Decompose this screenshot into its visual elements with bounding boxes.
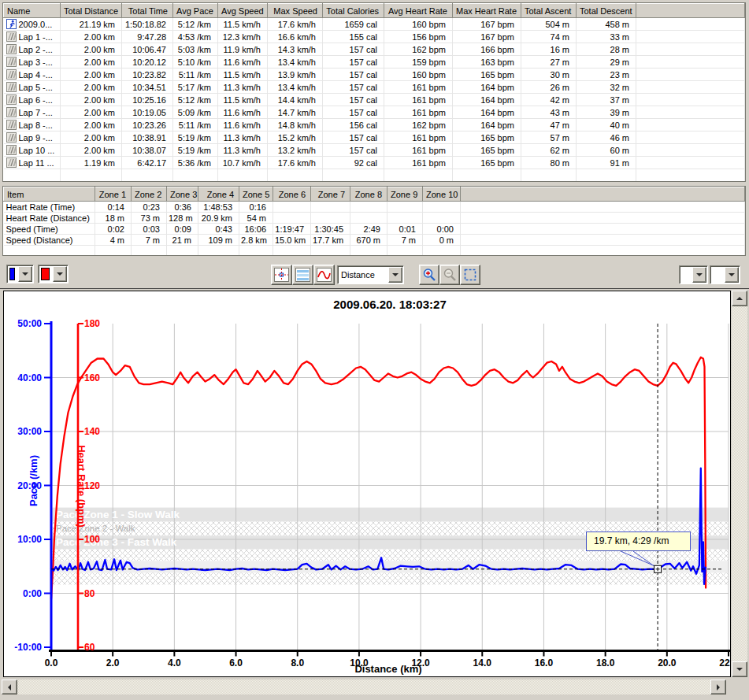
lap-cell: 33 m	[577, 31, 636, 43]
pace-tick-label: 50:00	[17, 318, 42, 329]
lap-cell: 29 m	[577, 56, 636, 69]
x-tick-label: 20.0	[658, 657, 677, 669]
zone-table-header[interactable]: Zone 5	[239, 187, 273, 202]
zone-cell	[350, 202, 387, 213]
lap-table-header[interactable]: Max Speed	[268, 4, 323, 18]
lap-cell: 160 bpm	[384, 69, 453, 81]
zoom-in-button[interactable]	[419, 265, 439, 285]
lap-table-row[interactable]: Lap 5 -...2.00 km10:34.515:17 /km11.3 km…	[4, 81, 745, 94]
lap-cell: 60 m	[577, 144, 636, 157]
lap-cell: 167 bpm	[453, 31, 521, 43]
vertical-scrollbar-track[interactable]	[732, 306, 747, 661]
pace-tick-label: 30:00	[17, 426, 42, 437]
lap-table-header[interactable]: Total Calories	[323, 4, 384, 18]
lap-table-header[interactable]: Avg Pace	[173, 4, 218, 18]
series1-color-swatch	[9, 268, 15, 280]
zones-toggle-button[interactable]	[292, 265, 313, 285]
zoom-out-button[interactable]	[439, 265, 460, 285]
zone-table-header[interactable]: Zone 6	[273, 187, 311, 202]
lap-table-row[interactable]: Lap 1 -...2.00 km9:47.284:53 /km12.3 km/…	[4, 31, 745, 43]
zone-table-header[interactable]: Zone 2	[132, 187, 167, 202]
chevron-down-icon	[729, 273, 735, 276]
lap-cell: 156 bpm	[384, 31, 453, 43]
lap-cell: 164 bpm	[453, 81, 521, 94]
lap-table-row[interactable]: Lap 6 -...2.00 km10:25.165:12 /km11.5 km…	[4, 94, 745, 106]
chart-panel: Pace Zone 1 - Slow WalkPace Zone 2 - Wal…	[0, 288, 749, 680]
zone-cell: 2.8 km	[239, 235, 273, 246]
lap-cell: 12.3 km/h	[218, 31, 268, 43]
scroll-left-button[interactable]	[2, 680, 17, 694]
lap-cell: 27 m	[521, 56, 577, 69]
lap-table-row[interactable]: 2009.0...21.19 km1:50:18.825:12 /km11.5 …	[4, 18, 745, 31]
zone-table-header[interactable]: Zone 1	[95, 187, 132, 202]
lap-cell: 2.00 km	[61, 144, 122, 157]
zone-cell: 2:49	[350, 224, 387, 235]
zone-table-header[interactable]: Zone 8	[350, 187, 387, 202]
lap-table-header[interactable]: Avg Heart Rate	[384, 4, 453, 18]
scroll-down-button[interactable]	[732, 661, 747, 677]
zone-table-header[interactable]: Zone 9	[387, 187, 423, 202]
zone-table-row[interactable]: Speed (Distance)4 m7 m21 m109 m2.8 km15.…	[4, 235, 745, 246]
smooth-curve-toggle-button[interactable]	[313, 265, 335, 285]
zone-cell: 1:30:45	[311, 224, 350, 235]
lap-cell: 11.3 km/h	[218, 144, 268, 157]
lap-table-header[interactable]: Total Distance	[61, 4, 122, 18]
lap-cell: 156 cal	[323, 119, 384, 131]
zone-table-row[interactable]: Heart Rate (Time)0:140:230:361:48:530:16	[4, 202, 745, 213]
zone-cell: 73 m	[132, 213, 167, 224]
zone-table-row[interactable]: Speed (Time)0:020:030:090:4316:061:19:47…	[4, 224, 745, 235]
zone-table-header[interactable]: Zone 10	[423, 187, 461, 202]
lap-icon	[6, 120, 17, 130]
right-combo-1[interactable]	[679, 265, 708, 284]
horizontal-scrollbar[interactable]	[2, 680, 726, 694]
zone-table-header[interactable]: Item	[4, 187, 95, 202]
lap-cell: 504 m	[521, 18, 577, 31]
zone-table-header[interactable]: Zone 4	[198, 187, 239, 202]
lap-table-row[interactable]: Lap 8 -...2.00 km10:23.265:11 /km11.6 km…	[4, 119, 745, 131]
lap-cell: 160 bpm	[384, 18, 453, 31]
lap-cell: 4:53 /km	[173, 31, 218, 43]
lap-cell: 11.5 km/h	[218, 18, 268, 31]
lap-table-row[interactable]: Lap 3 -...2.00 km10:20.125:10 /km11.6 km…	[4, 56, 745, 69]
lap-cell: 161 bpm	[384, 106, 453, 119]
lap-table-row[interactable]: Lap 2 -...2.00 km10:06.475:03 /km11.9 km…	[4, 43, 745, 56]
lap-table-row[interactable]: Lap 4 -...2.00 km10:23.825:11 /km11.5 km…	[4, 69, 745, 81]
crosshair-toggle-button[interactable]	[271, 265, 292, 285]
lap-cell: 11.5 km/h	[218, 94, 268, 106]
lap-table-header[interactable]: Max Heart Rate	[453, 4, 521, 18]
lap-table-header[interactable]: Avg Speed	[218, 4, 268, 18]
lap-table-row[interactable]: Lap 10 ...2.00 km10:38.075:19 /km11.3 km…	[4, 144, 745, 157]
zoom-selection-button[interactable]	[460, 265, 480, 285]
lap-table-header[interactable]: Total Time	[122, 4, 173, 18]
lap-cell: 5:19 /km	[173, 144, 218, 157]
lap-table-header[interactable]: Total Ascent	[521, 4, 577, 18]
lap-cell: 37 m	[577, 94, 636, 106]
zone-item-label: Speed (Distance)	[4, 235, 95, 246]
lap-table-row[interactable]: Lap 7 -...2.00 km10:19.055:09 /km11.6 km…	[4, 106, 745, 119]
lap-cell: 157 cal	[323, 69, 384, 81]
zone-table-header[interactable]: Zone 3	[167, 187, 198, 202]
zone-item-label: Speed (Time)	[4, 224, 95, 235]
x-axis-select[interactable]: Distance	[337, 265, 404, 284]
zone-cell: 4 m	[95, 235, 132, 246]
lap-cell: 46 m	[577, 131, 636, 144]
lap-cell: 14.4 km/h	[268, 94, 323, 106]
lap-table-row[interactable]: Lap 11 ...1.19 km6:42.175:36 /km10.7 km/…	[4, 157, 745, 169]
series2-color-picker[interactable]	[38, 265, 69, 283]
lap-table-row[interactable]: Lap 9 -...2.00 km10:38.915:19 /km11.3 km…	[4, 131, 745, 144]
zone-cell: 128 m	[167, 213, 198, 224]
vertical-scrollbar[interactable]	[732, 291, 747, 677]
scroll-up-button[interactable]	[732, 291, 747, 306]
scroll-right-button[interactable]	[710, 680, 726, 694]
zone-table-header[interactable]: Zone 7	[311, 187, 350, 202]
lap-table-header[interactable]: Name	[4, 4, 61, 18]
zone-table-row[interactable]: Heart Rate (Distance)18 m73 m128 m20.9 k…	[4, 213, 745, 224]
lap-cell: 16 m	[521, 43, 577, 56]
series1-color-picker[interactable]	[6, 265, 34, 283]
lap-table-header[interactable]: Total Descent	[577, 4, 636, 18]
right-combo-2[interactable]	[710, 265, 740, 284]
chart-svg[interactable]: Pace Zone 1 - Slow WalkPace Zone 2 - Wal…	[4, 291, 730, 676]
lap-icon	[6, 107, 17, 117]
horizontal-scrollbar-track[interactable]	[17, 680, 710, 694]
chevron-down-icon	[392, 273, 399, 276]
